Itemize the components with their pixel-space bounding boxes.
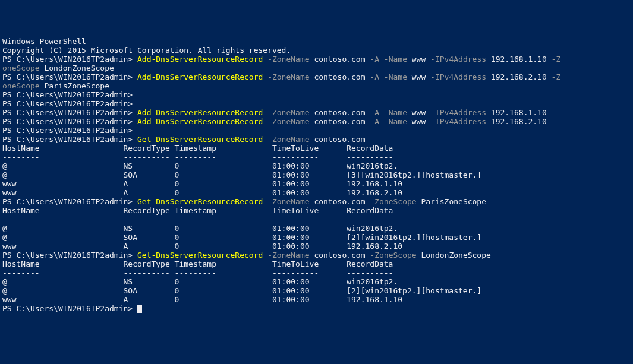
table-divider-2: -------- ---------- --------- ----------… <box>2 215 631 224</box>
header-line-2: Copyright (C) 2015 Microsoft Corporation… <box>2 46 631 55</box>
cmd-add-dns-3: PS C:\Users\WIN2016TP2admin> Add-DnsServ… <box>2 108 631 117</box>
cmd-get-dns-1: PS C:\Users\WIN2016TP2admin> Get-DnsServ… <box>2 135 631 144</box>
table3-row-0: @ NS 0 01:00:00 win2016tp2. <box>2 277 631 286</box>
cmd-add-dns-1: PS C:\Users\WIN2016TP2admin> Add-DnsServ… <box>2 55 631 64</box>
cmd-add-dns-1-cont: oneScope LondonZoneScope <box>2 64 631 72</box>
header-line-1: Windows PowerShell <box>2 37 631 46</box>
cmd-add-dns-2: PS C:\Users\WIN2016TP2admin> Add-DnsServ… <box>2 72 631 81</box>
cmd-get-dns-2: PS C:\Users\WIN2016TP2admin> Get-DnsServ… <box>2 197 631 206</box>
table-divider-3: -------- ---------- --------- ----------… <box>2 268 631 277</box>
powershell-terminal[interactable]: Windows PowerShellCopyright (C) 2015 Mic… <box>2 37 631 313</box>
prompt-empty-3: PS C:\Users\WIN2016TP2admin> <box>2 126 631 135</box>
table-header-2: HostName RecordType Timestamp TimeToLive… <box>2 206 631 215</box>
table2-row-2: www A 0 01:00:00 192.168.2.10 <box>2 242 631 251</box>
prompt-empty-2: PS C:\Users\WIN2016TP2admin> <box>2 99 631 108</box>
table1-row-3: www A 0 01:00:00 192.168.2.10 <box>2 188 631 197</box>
table1-row-1: @ SOA 0 01:00:00 [3][win2016tp2.][hostma… <box>2 170 631 179</box>
cursor <box>137 305 142 313</box>
table-header-3: HostName RecordType Timestamp TimeToLive… <box>2 259 631 268</box>
table1-row-2: www A 0 01:00:00 192.168.1.10 <box>2 179 631 188</box>
table2-row-0: @ NS 0 01:00:00 win2016tp2. <box>2 224 631 233</box>
cmd-get-dns-3: PS C:\Users\WIN2016TP2admin> Get-DnsServ… <box>2 251 631 259</box>
table3-row-2: www A 0 01:00:00 192.168.1.10 <box>2 295 631 304</box>
cmd-add-dns-4: PS C:\Users\WIN2016TP2admin> Add-DnsServ… <box>2 117 631 126</box>
prompt-current[interactable]: PS C:\Users\WIN2016TP2admin> <box>2 304 631 313</box>
table1-row-0: @ NS 0 01:00:00 win2016tp2. <box>2 162 631 170</box>
table2-row-1: @ SOA 0 01:00:00 [2][win2016tp2.][hostma… <box>2 233 631 242</box>
table3-row-1: @ SOA 0 01:00:00 [2][win2016tp2.][hostma… <box>2 286 631 295</box>
prompt-empty-1: PS C:\Users\WIN2016TP2admin> <box>2 90 631 99</box>
table-header-1: HostName RecordType Timestamp TimeToLive… <box>2 144 631 153</box>
cmd-add-dns-2-cont: oneScope ParisZoneScope <box>2 81 631 90</box>
table-divider-1: -------- ---------- --------- ----------… <box>2 153 631 162</box>
